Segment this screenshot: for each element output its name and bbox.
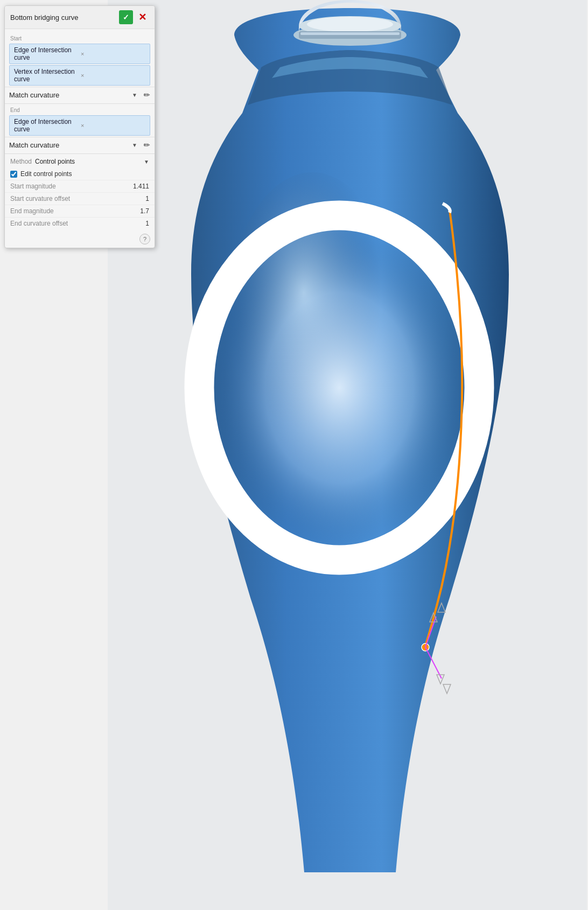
start-match-inner: Match curvature ▼ [9, 91, 139, 99]
method-label: Method [10, 158, 32, 165]
method-dropdown-arrow[interactable]: ▼ [144, 159, 149, 165]
end-magnitude-value: 1.7 [140, 207, 149, 215]
separator-1 [5, 103, 155, 104]
edit-control-points-label[interactable]: Edit control points [20, 170, 72, 178]
separator-2 [5, 153, 155, 154]
start-vertex-close[interactable]: × [81, 72, 145, 79]
start-edge-close[interactable]: × [81, 51, 145, 57]
start-vertex-label: Vertex of Intersection curve [14, 68, 79, 83]
end-edge-close[interactable]: × [81, 122, 145, 129]
end-section-label: End [5, 105, 155, 114]
dialog-panel: Bottom bridging curve ✓ ✕ Start Edge of … [4, 5, 155, 248]
start-vertex-item[interactable]: Vertex of Intersection curve × [9, 65, 150, 86]
dialog-footer: ? [5, 232, 155, 248]
start-curvature-offset-label: Start curvature offset [10, 195, 145, 202]
cap-top-highlight [307, 17, 393, 32]
start-match-label: Match curvature [9, 91, 132, 99]
start-curvature-offset-value: 1 [145, 195, 149, 202]
method-row: Method Control points ▼ [5, 155, 155, 168]
start-edge-item[interactable]: Edge of Intersection curve × [9, 44, 150, 64]
edit-control-points-row: Edit control points [5, 168, 155, 180]
cap-ring-highlight [300, 32, 400, 35]
bottle-oval-inner [215, 229, 463, 547]
start-magnitude-label: Start magnitude [10, 183, 133, 190]
dialog-header: Bottom bridging curve ✓ ✕ [5, 6, 155, 29]
end-edge-label: Edge of Intersection curve [14, 118, 79, 133]
dialog-body: Start Edge of Intersection curve × Verte… [5, 29, 155, 232]
bottle-container [108, 0, 587, 910]
start-section-label: Start [5, 33, 155, 43]
start-match-row: Match curvature ▼ ✎ [5, 87, 155, 102]
start-match-dropdown-arrow[interactable]: ▼ [132, 92, 137, 98]
cancel-button[interactable]: ✕ [135, 10, 149, 24]
start-magnitude-row: Start magnitude 1.411 [5, 180, 155, 192]
start-edge-label: Edge of Intersection curve [14, 46, 79, 61]
end-curvature-offset-label: End curvature offset [10, 220, 145, 227]
dialog-title: Bottom bridging curve [10, 13, 119, 22]
end-match-pencil-icon[interactable]: ✎ [142, 139, 152, 150]
confirm-button[interactable]: ✓ [119, 10, 133, 24]
end-curvature-offset-row: End curvature offset 1 [5, 217, 155, 229]
end-edge-item[interactable]: Edge of Intersection curve × [9, 115, 150, 136]
end-magnitude-row: End magnitude 1.7 [5, 205, 155, 217]
end-match-dropdown-arrow[interactable]: ▼ [132, 142, 137, 148]
end-match-row: Match curvature ▼ ✎ [5, 137, 155, 152]
start-match-pencil-icon[interactable]: ✎ [142, 89, 152, 100]
edit-control-points-checkbox[interactable] [10, 171, 17, 178]
end-match-inner: Match curvature ▼ [9, 141, 139, 149]
help-button[interactable]: ? [139, 234, 150, 244]
start-curvature-offset-row: Start curvature offset 1 [5, 192, 155, 205]
end-match-label: Match curvature [9, 141, 132, 149]
end-curvature-offset-value: 1 [145, 220, 149, 227]
start-magnitude-value: 1.411 [133, 183, 149, 190]
method-value: Control points [35, 158, 144, 165]
end-magnitude-label: End magnitude [10, 207, 140, 215]
